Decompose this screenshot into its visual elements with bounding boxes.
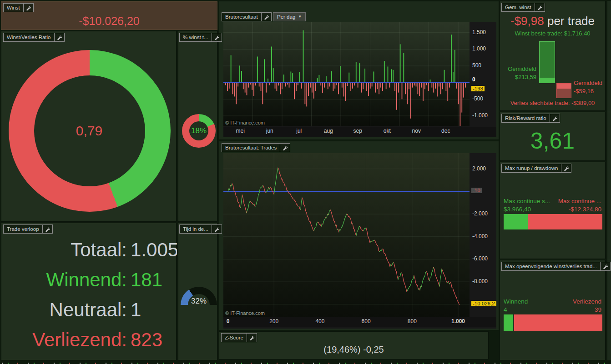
runup-bar-chart (504, 214, 602, 229)
daily-chart-canvas[interactable]: © IT-Finance.com (223, 22, 470, 126)
period-dropdown[interactable]: Per dag ▼ (273, 12, 306, 21)
avg-win-value: $213,59 (515, 74, 536, 80)
daily-x-axis: meijunjulaugsepoktnovdec (223, 127, 496, 137)
winst-value: -$10.026,20 (1, 15, 217, 28)
consec-right-value: 39 (595, 306, 601, 313)
total-value: 1.005 (131, 235, 177, 265)
runup-right-label: Max continue ... (558, 198, 601, 204)
winst-verlies-ratio-panel: Winst/Verlies Ratio 0,79 (1, 31, 177, 222)
losing-value: 823 (131, 325, 177, 355)
runup-left-label: Max continue s... (504, 198, 550, 204)
risk-reward-panel: Risk/Reward ratio 3,61 (500, 112, 606, 161)
ratio-header-chip[interactable]: Winst/Verlies Ratio (3, 33, 65, 42)
daily-chart-title: Brutoresultaat (222, 13, 262, 21)
consec-bar-chart (504, 314, 602, 331)
wrench-icon[interactable] (550, 114, 560, 122)
consec-left-label: Winnend (504, 298, 528, 305)
gem-winst-panel: Gem. winst -$9,98 per trade Winst beste … (500, 1, 606, 111)
max-consecutive-panel: Max opeenvolgende winst/verlies trad... … (500, 260, 606, 360)
wrench-icon[interactable] (561, 164, 571, 172)
pct-winst-header-chip[interactable]: % winst t... (179, 33, 222, 42)
winst-panel: Winst -$10.026,20 (1, 1, 217, 30)
gem-winst-suffix: per trade (544, 14, 595, 28)
trades-chart-panel: Brutoresultaat: Trades © IT-Finance.com … (219, 141, 499, 330)
neutral-value: 1 (131, 295, 177, 325)
runup-left-value: $3.966,40 (504, 206, 531, 213)
trades-y-axis: 2.000-2.000-4.000-6.000-8.000-10-10.026,… (470, 153, 496, 317)
best-trade-line: Winst beste trade: $1.716,40 (500, 30, 605, 37)
consec-left-value: 4 (504, 306, 507, 313)
wrench-icon[interactable] (601, 262, 610, 270)
max-runup-drawdown-panel: Max runup / drawdown Max continue s... M… (500, 162, 606, 259)
dashboard: Winst -$10.026,20 Winst/Verlies Ratio 0,… (0, 0, 611, 364)
z-score-panel: Z-Score (19,46%) -0,25 (219, 331, 489, 359)
ratio-title: Winst/Verlies Ratio (4, 33, 55, 41)
losing-trades-row: Verliezend:823 (1, 325, 177, 355)
trade-verloop-title: Trade verloop (4, 225, 43, 233)
tijd-title: Tijd in de... (180, 225, 212, 233)
winst-title: Winst (4, 4, 24, 12)
winst-header-chip[interactable]: Winst (3, 3, 34, 12)
tijd-value: 32% (181, 297, 217, 306)
z-score-title: Z-Score (222, 334, 247, 342)
wrench-icon[interactable] (262, 13, 271, 21)
trades-x-axis: 02004006008001.000 (223, 317, 496, 327)
neutral-label: Neutraal: (1, 295, 127, 325)
adjacent-panels-sliver (607, 1, 611, 360)
worst-trade-line: Verlies slechtste trade: -$389,00 (500, 100, 605, 106)
daily-chart-panel: Brutoresultaat Per dag ▼ © IT-Finance.co… (219, 1, 499, 140)
wrench-icon[interactable] (212, 33, 222, 41)
wrench-icon[interactable] (280, 144, 290, 152)
total-trades-row: Totaal:1.005 (1, 235, 177, 265)
pct-winst-panel: % winst t... 18% (178, 31, 217, 222)
wrench-icon[interactable] (212, 225, 222, 233)
wrench-icon[interactable] (24, 4, 33, 12)
trades-chart-canvas[interactable]: © IT-Finance.com (223, 153, 470, 317)
clipped-bottom-row (0, 361, 611, 364)
trades-chart-header-chip[interactable]: Brutoresultaat: Trades (222, 143, 290, 152)
daily-chart-header-chip[interactable]: Brutoresultaat (222, 12, 272, 21)
wrench-icon[interactable] (43, 225, 52, 233)
runup-right-value: -$12.324,80 (569, 206, 601, 213)
consec-header-chip[interactable]: Max opeenvolgende winst/verlies trad... (501, 262, 611, 271)
avg-win-bar (539, 41, 555, 83)
consec-right-label: Verliezend (573, 298, 601, 305)
pct-winst-value: 18% (182, 126, 216, 135)
watermark: © IT-Finance.com (225, 310, 265, 316)
watermark: © IT-Finance.com (225, 120, 265, 125)
risk-reward-header-chip[interactable]: Risk/Reward ratio (501, 114, 560, 123)
ratio-value: 0,79 (1, 123, 177, 139)
trade-verloop-header-chip[interactable]: Trade verloop (3, 224, 53, 234)
runup-title: Max runup / drawdown (502, 164, 561, 172)
total-label: Totaal: (1, 235, 127, 265)
winning-trades-row: Winnend:181 (1, 265, 177, 295)
wrench-icon[interactable] (247, 334, 257, 342)
gem-winst-title: Gem. winst (502, 3, 535, 11)
chevron-down-icon: ▼ (298, 13, 302, 20)
risk-reward-title: Risk/Reward ratio (502, 114, 550, 122)
avg-win-label: Gemiddeld (508, 65, 536, 72)
winning-label: Winnend: (1, 265, 127, 295)
z-score-value: (19,46%) -0,25 (219, 344, 488, 355)
z-score-header-chip[interactable]: Z-Score (221, 333, 257, 342)
tijd-header-chip[interactable]: Tijd in de... (179, 224, 222, 234)
daily-y-axis: 1.5001.000500-500-1.0000-193 (470, 22, 496, 126)
neutral-trades-row: Neutraal:1 (1, 295, 177, 325)
trade-verloop-panel: Trade verloop Totaal:1.005 Winnend:181 N… (1, 223, 177, 360)
trades-chart-title: Brutoresultaat: Trades (222, 144, 280, 152)
avg-loss-value: -$59,16 (574, 88, 594, 95)
avg-loss-bar (556, 83, 571, 98)
wrench-icon[interactable] (55, 33, 64, 41)
wrench-icon[interactable] (535, 3, 545, 11)
winning-value: 181 (131, 265, 177, 295)
tijd-panel: Tijd in de... 32% (178, 223, 217, 360)
gem-winst-header-chip[interactable]: Gem. winst (501, 3, 545, 12)
risk-reward-value: 3,61 (500, 128, 605, 154)
gem-winst-value: -$9,98 (510, 14, 544, 28)
gem-winst-headline: -$9,98 per trade (500, 14, 605, 28)
pct-winst-title: % winst t... (180, 33, 212, 41)
avg-loss-label: Gemiddeld (574, 80, 602, 86)
runup-header-chip[interactable]: Max runup / drawdown (501, 164, 571, 173)
period-dropdown-value: Per dag (277, 13, 295, 20)
consec-title: Max opeenvolgende winst/verlies trad... (502, 262, 601, 270)
